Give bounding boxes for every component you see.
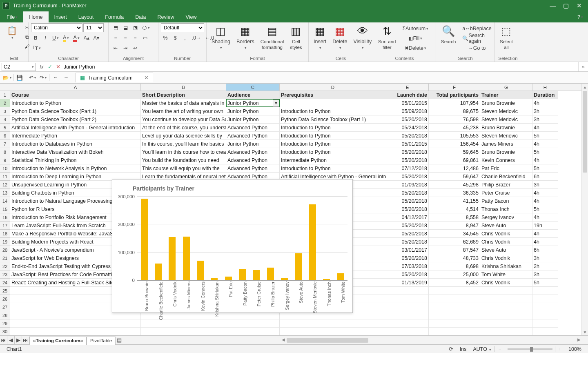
cell[interactable]: Statistical Thinking in Python — [10, 156, 141, 164]
cell[interactable] — [386, 295, 429, 303]
cell[interactable]: You'll learn in this course how to creat… — [141, 148, 226, 156]
cell[interactable] — [532, 319, 558, 328]
cell[interactable]: 3h — [532, 254, 558, 262]
cell[interactable]: 05/20/2018 — [386, 270, 429, 279]
row-header-13[interactable]: 13 — [0, 189, 10, 197]
decrease-indent-button[interactable]: ⇤ — [111, 44, 120, 53]
character-format-button[interactable]: TT▾ — [31, 44, 42, 53]
cell[interactable]: 04/12/2017 — [386, 213, 429, 222]
forward-button[interactable]: → — [62, 73, 71, 82]
select-all-button[interactable]: ⬚Select all — [497, 23, 515, 51]
zoom-level[interactable]: 100% — [565, 346, 585, 352]
cell[interactable]: Course — [10, 91, 141, 99]
sheet-list-button[interactable]: ▤ — [116, 336, 123, 344]
formula-input[interactable] — [62, 63, 578, 71]
cell[interactable]: Introduction to Python — [280, 140, 386, 148]
cell[interactable]: 3h — [532, 270, 558, 279]
cell[interactable]: Introduction to Databases in Python — [10, 140, 141, 148]
sheet-tab-training[interactable]: «Training Curriculum» — [29, 337, 87, 345]
cell[interactable]: 05/20/2018 — [386, 230, 429, 238]
cell[interactable] — [480, 287, 532, 295]
grow-font-button[interactable]: A▴ — [82, 33, 91, 42]
cell[interactable]: Short Description — [141, 91, 226, 99]
scroll-down-button[interactable]: ▼ — [582, 329, 588, 335]
cell[interactable]: 4h — [532, 140, 558, 148]
row-header-6[interactable]: 6 — [0, 132, 10, 140]
increase-indent-button[interactable]: ⇥ — [121, 44, 130, 53]
cancel-edit-button[interactable]: ✕ — [54, 63, 62, 71]
cell[interactable]: Introduction to Python — [280, 107, 386, 115]
menu-layout[interactable]: Layout — [73, 11, 100, 22]
menu-insert[interactable]: Insert — [49, 11, 73, 22]
cell[interactable]: 12,486 — [429, 164, 480, 173]
underline-button[interactable]: U▾ — [51, 33, 60, 42]
cell[interactable]: Bruno Brownie — [480, 124, 532, 132]
cell[interactable]: 6h — [532, 246, 558, 254]
cell-reference-box[interactable]: C2▾ — [2, 63, 36, 71]
cell[interactable]: Thonas Inch — [480, 205, 532, 213]
font-color-button[interactable]: A▾ — [71, 33, 81, 42]
cell[interactable]: Audience — [226, 91, 280, 99]
cell[interactable]: Steve Auto — [480, 246, 532, 254]
row-header-18[interactable]: 18 — [0, 230, 10, 238]
cell[interactable] — [480, 295, 532, 303]
cell[interactable]: 05/20/2018 — [386, 205, 429, 213]
highlight-color-button[interactable]: A▾ — [61, 33, 71, 42]
cell[interactable]: Introduction to Python — [280, 124, 386, 132]
cell[interactable]: 8,698 — [429, 262, 480, 270]
cell[interactable]: 4h — [532, 189, 558, 197]
paste-button[interactable]: 📋▾ — [2, 23, 21, 42]
col-header-D[interactable]: D — [280, 84, 386, 91]
cell[interactable]: 156,454 — [429, 140, 480, 148]
cell[interactable]: 62,689 — [429, 238, 480, 246]
cell[interactable]: Krishna Shiriakan — [480, 262, 532, 270]
cell[interactable]: 25,000 — [429, 270, 480, 279]
cell[interactable]: Python Data Science Toolbox (Part 1) — [280, 115, 386, 124]
sheet-tab-pivot[interactable]: PivotTable — [87, 337, 116, 345]
cell[interactable]: Chris Vodnik — [480, 254, 532, 262]
cell[interactable]: Philip Brazer — [480, 181, 532, 189]
cell[interactable]: Chris Vodnik — [480, 279, 532, 287]
cell[interactable]: 03/01/2017 — [386, 246, 429, 254]
cell[interactable] — [386, 311, 429, 319]
cell[interactable]: 19h — [532, 222, 558, 230]
horizontal-scrollbar[interactable]: ◀ ▶ — [281, 337, 581, 343]
hscroll-thumb[interactable] — [287, 338, 368, 343]
cell[interactable] — [386, 287, 429, 295]
cell[interactable]: 8,452 — [429, 279, 480, 287]
cell[interactable]: 5h — [532, 132, 558, 140]
cell[interactable] — [141, 328, 226, 335]
cell[interactable]: Peter Cruise — [480, 189, 532, 197]
col-header-F[interactable]: F — [429, 84, 480, 91]
cell[interactable]: 05/01/2015 — [386, 99, 429, 107]
cell[interactable]: 36,335 — [429, 189, 480, 197]
cell[interactable] — [280, 328, 386, 335]
cell[interactable]: 05/09/2018 — [386, 107, 429, 115]
cell[interactable]: Introduction to Python — [280, 148, 386, 156]
row-header-19[interactable]: 19 — [0, 238, 10, 246]
cell[interactable]: Master the basics of data analysis in Py… — [141, 99, 226, 107]
cell[interactable] — [480, 303, 532, 311]
align-middle-button[interactable]: ⬓ — [121, 23, 130, 32]
menu-formula[interactable]: Formula — [99, 11, 129, 22]
cell[interactable] — [429, 295, 480, 303]
cell[interactable]: Junior Python — [226, 115, 280, 124]
cell[interactable]: Python Data Science Toolbox (Part 1) — [10, 107, 141, 115]
cell[interactable]: Bruno Brownie — [480, 99, 532, 107]
cell[interactable]: 45,238 — [429, 124, 480, 132]
row-header-10[interactable]: 10 — [0, 164, 10, 173]
row-header-17[interactable]: 17 — [0, 222, 10, 230]
cell[interactable] — [532, 303, 558, 311]
menu-view[interactable]: View — [180, 11, 203, 22]
cell[interactable]: 05/01/2015 — [386, 140, 429, 148]
document-close-button[interactable]: ✕ — [144, 75, 149, 81]
number-format-select[interactable]: Default — [161, 23, 204, 32]
cell[interactable]: You learn the art of writing your own — [141, 107, 226, 115]
cell[interactable] — [532, 311, 558, 319]
cell[interactable]: Steven Meriovic — [480, 115, 532, 124]
cell[interactable]: Advanced Python — [226, 156, 280, 164]
row-header-21[interactable]: 21 — [0, 254, 10, 262]
wrap-text-button[interactable]: ↩ — [131, 44, 140, 53]
cell[interactable]: You build the foundation you need — [141, 156, 226, 164]
cell[interactable]: 5h — [532, 205, 558, 213]
